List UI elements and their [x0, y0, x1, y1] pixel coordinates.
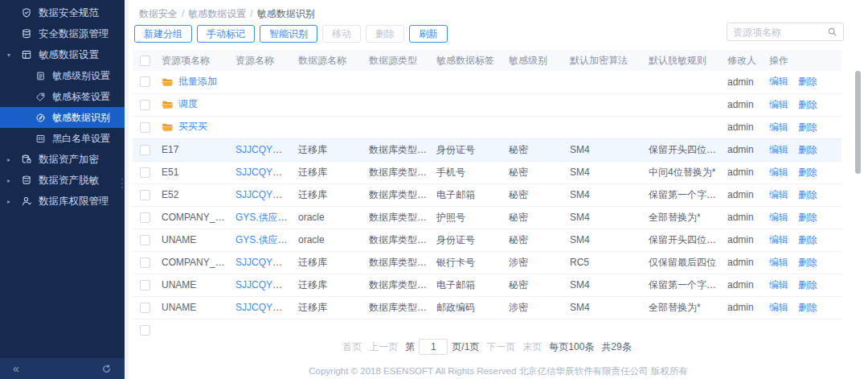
sidebar-item-tag[interactable]: 敏感标签设置: [0, 86, 125, 107]
edit-link[interactable]: 编辑: [769, 279, 788, 290]
cell-modifier-text: admin: [727, 279, 754, 290]
sidebar-item-user-permission[interactable]: ▸数据库权限管理: [0, 191, 125, 212]
sidebar-item-label: 数据库权限管理: [39, 195, 109, 208]
table-row-partial[interactable]: [133, 319, 841, 336]
cell-resource-name-text[interactable]: SJJCQYK.ZDSY...: [235, 144, 293, 155]
cell-resource-name: SJJCQYK.ZDSY...: [231, 161, 293, 183]
cell-resource-name-text[interactable]: SJJCQYK.ZDSY...: [235, 189, 293, 200]
row-checkbox[interactable]: [140, 325, 150, 336]
breadcrumb-segment[interactable]: 数据安全: [139, 8, 178, 19]
delete-link[interactable]: 删除: [798, 144, 817, 155]
row-checkbox[interactable]: [140, 122, 150, 133]
edit-link[interactable]: 编辑: [769, 189, 788, 200]
edit-link[interactable]: 编辑: [769, 99, 788, 110]
toolbar-button-4[interactable]: 删除: [366, 25, 404, 43]
folder-name-link[interactable]: 买买买: [178, 120, 207, 134]
toolbar-button-3[interactable]: 移动: [322, 25, 361, 43]
delete-link[interactable]: 删除: [798, 76, 817, 87]
search-icon[interactable]: [827, 27, 837, 37]
table-row[interactable]: E52SJJCQYK.ZDSY...迁移库数据库类型元数据电子邮箱秘密SM4保留…: [133, 183, 841, 206]
cell-empty: [364, 319, 432, 336]
toolbar-button-1[interactable]: 手动标记: [197, 25, 255, 43]
delete-link[interactable]: 删除: [798, 212, 817, 223]
sidebar-item-level-settings[interactable]: 敏感级别设置: [0, 65, 125, 86]
last-page-link[interactable]: 末页: [522, 340, 542, 354]
search-input[interactable]: [733, 27, 827, 38]
row-checkbox[interactable]: [140, 303, 150, 313]
cell-datasource-type: 数据库类型元数据: [364, 274, 432, 296]
delete-link[interactable]: 删除: [798, 302, 817, 313]
sidebar-item-shield[interactable]: 数据安全规范: [0, 2, 125, 23]
edit-link[interactable]: 编辑: [769, 302, 788, 313]
edit-link[interactable]: 编辑: [769, 212, 788, 223]
breadcrumb: 数据安全/敏感数据设置/敏感数据识别: [139, 7, 315, 21]
cell-resource-name-text[interactable]: SJJCQYK.ZDSY...: [235, 167, 293, 178]
row-checkbox[interactable]: [140, 145, 150, 155]
toolbar-button-5[interactable]: 刷新: [409, 25, 448, 43]
row-checkbox[interactable]: [140, 100, 150, 110]
select-all-checkbox[interactable]: [140, 56, 150, 66]
edit-link[interactable]: 编辑: [769, 257, 788, 268]
cell-resource-name-text[interactable]: SJJCQYK.TABLE3: [235, 302, 293, 313]
folder-name-link[interactable]: 调度: [178, 97, 198, 111]
sidebar-item-identify[interactable]: 敏感数据识别: [0, 107, 125, 128]
row-checkbox[interactable]: [140, 167, 150, 178]
row-checkbox[interactable]: [140, 190, 150, 200]
collapse-icon[interactable]: «: [13, 362, 19, 375]
prev-page-link[interactable]: 上一页: [369, 340, 398, 354]
edit-link[interactable]: 编辑: [769, 167, 788, 178]
edit-link[interactable]: 编辑: [769, 76, 788, 87]
row-checkbox[interactable]: [140, 212, 150, 223]
cell-datasource-type: 数据库类型元数据: [364, 206, 432, 229]
delete-link[interactable]: 删除: [798, 279, 817, 290]
cell-resource-name-text[interactable]: GYS.供应商列表: [235, 212, 293, 223]
cell-mask-rule: 全部替换为*: [644, 206, 723, 229]
delete-link[interactable]: 删除: [798, 189, 817, 200]
row-checkbox[interactable]: [140, 235, 150, 245]
sidebar-item-blackwhite-list[interactable]: 黑白名单设置: [0, 128, 125, 149]
cell-level: [504, 116, 565, 138]
table-row[interactable]: UNAMESJJCQYK.TABLE2迁移库数据库类型元数据电子邮箱秘密SM4保…: [133, 274, 841, 296]
edit-link[interactable]: 编辑: [769, 122, 788, 133]
table-row[interactable]: 调度admin编辑删除: [133, 93, 841, 116]
delete-link[interactable]: 删除: [798, 257, 817, 268]
sidebar-item-encrypt-database[interactable]: ▸数据资产加密: [0, 149, 125, 170]
row-checkbox[interactable]: [140, 257, 150, 268]
cell-resource-name-text[interactable]: GYS.供应商列表: [235, 234, 293, 245]
cell-resource-name: SJJCQYK.TABLE2: [231, 274, 293, 296]
row-checkbox[interactable]: [140, 76, 150, 87]
edit-link[interactable]: 编辑: [769, 144, 788, 155]
sidebar-item-mask-database[interactable]: ▸数据资产脱敏: [0, 170, 125, 191]
cell-resource-name-text[interactable]: SJJCQYK.TABLE2: [235, 257, 293, 268]
delete-link[interactable]: 删除: [798, 99, 817, 110]
cell-actions: 编辑删除: [764, 296, 841, 319]
sidebar-item-database[interactable]: 安全数据源管理: [0, 23, 125, 44]
table-row[interactable]: COMPANY_AGESJJCQYK.TABLE2迁移库数据库类型元数据银行卡号…: [133, 251, 841, 274]
table-row[interactable]: E17SJJCQYK.ZDSY...迁移库数据库类型元数据身份证号秘密SM4保留…: [133, 138, 841, 161]
cell-resource-name: GYS.供应商列表: [231, 229, 293, 251]
next-page-link[interactable]: 下一页: [486, 340, 515, 354]
first-page-link[interactable]: 首页: [342, 340, 362, 354]
table-row[interactable]: UNAMESJJCQYK.TABLE3迁移库数据库类型元数据邮政编码涉密SM4全…: [133, 296, 841, 319]
sidebar-resize-handle[interactable]: [121, 179, 123, 200]
breadcrumb-segment[interactable]: 敏感数据设置: [188, 8, 246, 19]
table-row[interactable]: COMPANY_AGEGYS.供应商列表oracle数据库类型元数据护照号秘密S…: [133, 206, 841, 229]
delete-link[interactable]: 删除: [798, 234, 817, 245]
cell-item-name: E52: [157, 183, 231, 206]
refresh-icon[interactable]: [101, 364, 112, 374]
delete-link[interactable]: 删除: [798, 122, 817, 133]
table-row[interactable]: UNAMEGYS.供应商列表oracle数据库类型元数据身份证号秘密SM4保留开…: [133, 229, 841, 251]
vertical-scrollbar-thumb[interactable]: [855, 71, 861, 174]
delete-link[interactable]: 删除: [798, 167, 817, 178]
sidebar-item-data-settings[interactable]: ▾敏感数据设置: [0, 44, 125, 65]
cell-resource-name-text[interactable]: SJJCQYK.TABLE2: [235, 279, 293, 290]
page-number-input[interactable]: [419, 339, 448, 355]
edit-link[interactable]: 编辑: [769, 234, 788, 245]
folder-name-link[interactable]: 批量添加: [178, 75, 217, 89]
toolbar-button-0[interactable]: 新建分组: [134, 25, 192, 43]
table-row[interactable]: 买买买admin编辑删除: [133, 116, 841, 138]
table-row[interactable]: 批量添加admin编辑删除: [133, 71, 841, 93]
row-checkbox[interactable]: [140, 280, 150, 290]
table-row[interactable]: E51SJJCQYK.ZDSY...迁移库数据库类型元数据手机号秘密SM4中间4…: [133, 161, 841, 183]
toolbar-button-2[interactable]: 智能识别: [260, 25, 317, 43]
